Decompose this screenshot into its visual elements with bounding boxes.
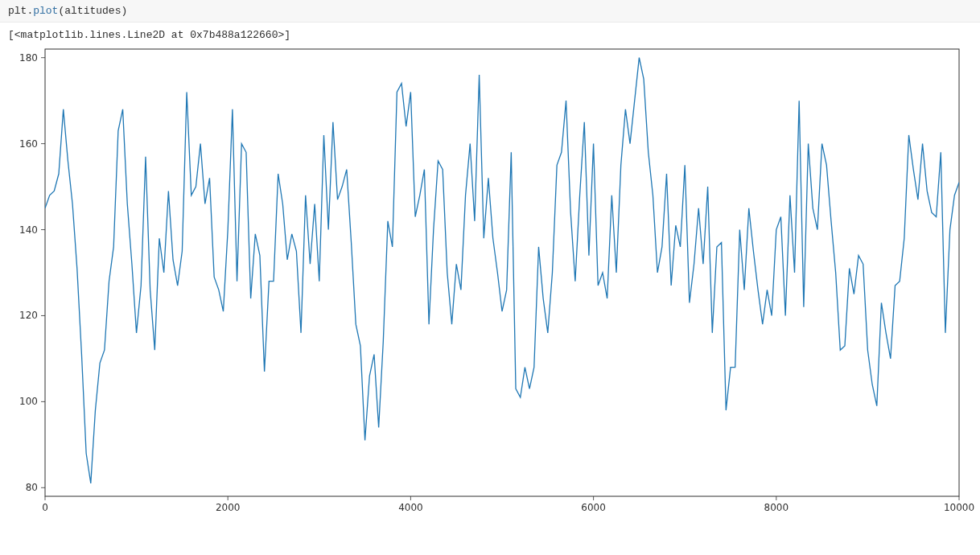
series-altitudes bbox=[45, 58, 959, 483]
svg-text:2000: 2000 bbox=[216, 502, 241, 513]
svg-text:8000: 8000 bbox=[764, 502, 789, 513]
plot-figure: 0200040006000800010000 80100120140160180 bbox=[0, 43, 980, 532]
svg-text:180: 180 bbox=[19, 52, 38, 64]
svg-text:6000: 6000 bbox=[581, 502, 606, 513]
svg-text:0: 0 bbox=[42, 502, 48, 513]
output-repr: [<matplotlib.lines.Line2D at 0x7b488a122… bbox=[0, 23, 980, 43]
svg-text:4000: 4000 bbox=[398, 502, 423, 513]
y-axis: 80100120140160180 bbox=[19, 52, 45, 494]
svg-text:140: 140 bbox=[19, 224, 38, 236]
svg-text:10000: 10000 bbox=[944, 502, 974, 513]
svg-text:100: 100 bbox=[19, 396, 38, 407]
axes-frame bbox=[45, 49, 959, 496]
code-cell: plt.plot(altitudes) bbox=[0, 0, 980, 23]
code-token-arg: altitudes bbox=[64, 5, 121, 17]
svg-text:160: 160 bbox=[19, 138, 38, 150]
code-token-paren-close: ) bbox=[121, 5, 127, 17]
chart-svg: 0200040006000800010000 80100120140160180 bbox=[0, 43, 980, 532]
notebook-page: { "code_cell": { "obj": "plt.", "call": … bbox=[0, 0, 980, 555]
plot-area-group: 0200040006000800010000 80100120140160180 bbox=[19, 49, 974, 513]
code-token-call: plot bbox=[33, 5, 58, 17]
svg-text:80: 80 bbox=[26, 482, 38, 493]
svg-text:120: 120 bbox=[19, 310, 38, 321]
code-token-obj: plt. bbox=[8, 5, 33, 17]
x-axis: 0200040006000800010000 bbox=[42, 496, 974, 513]
